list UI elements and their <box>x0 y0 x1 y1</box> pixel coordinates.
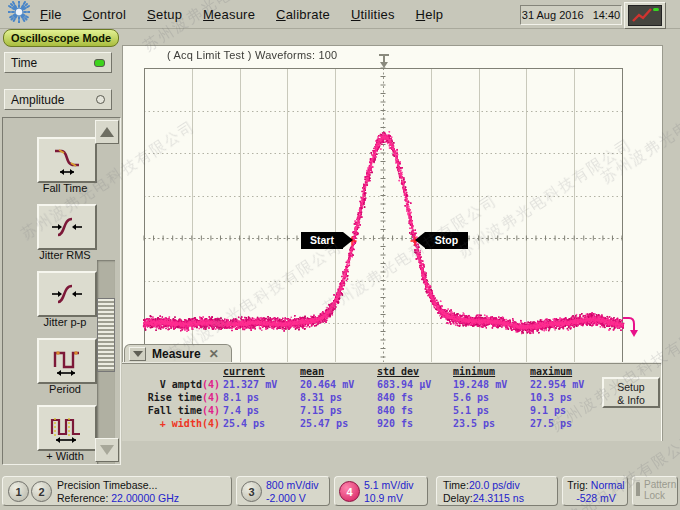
agilent-spark-icon <box>8 1 30 27</box>
setup-info-button[interactable]: Setup & Info <box>602 377 660 408</box>
v-amptd-maximum: 22.954 mV <box>530 379 584 390</box>
datetime-display: 31 Aug 2016 14:40 <box>520 5 622 25</box>
menu-file[interactable]: File <box>40 7 62 22</box>
trigger-text: Trig: Normal -528 mV <box>567 479 625 505</box>
plus-width-button[interactable] <box>37 405 97 451</box>
plus-width-icon <box>50 412 84 444</box>
close-icon[interactable]: ✕ <box>209 347 219 361</box>
row-label-v-amptd: V amptd(4) <box>122 379 220 390</box>
menu-setup[interactable]: Setup <box>147 7 182 22</box>
v-amptd-std-dev: 683.94 µV <box>377 379 431 390</box>
scrollbar-track[interactable] <box>97 260 115 465</box>
timebase-status-panel[interactable]: 1 2 Precision Timebase... Reference: 22.… <box>2 476 232 506</box>
fall-time-icon <box>50 145 84 175</box>
measure-tab[interactable]: Measure ✕ <box>124 344 232 363</box>
channel-4-button[interactable]: 4 <box>339 481 360 502</box>
plus-width-minimum: 23.5 ps <box>453 418 495 429</box>
channel-1-button[interactable]: 1 <box>8 481 29 502</box>
channel-3-status-panel[interactable]: 3 800 mV/div-2.000 V <box>236 476 330 506</box>
plus-width-current: 25.4 ps <box>223 418 265 429</box>
jitter-rms-icon <box>50 212 84 242</box>
fall-time-maximum: 9.1 ps <box>530 405 566 416</box>
time-category-dropdown[interactable]: Time <box>4 52 112 73</box>
channel-3-scale: 800 mV/div-2.000 V <box>266 479 319 505</box>
menu-utilities[interactable]: Utilities <box>351 7 395 22</box>
col-maximum: maximum <box>530 366 572 377</box>
v-amptd-mean: 20.464 mV <box>300 379 354 390</box>
acq-limit-header: ( Acq Limit Test ) Waveforms: 100 <box>167 49 337 61</box>
oscilloscope-screen: File Control Setup Measure Calibrate Uti… <box>0 0 680 510</box>
time-category-label: Time <box>11 56 37 70</box>
scroll-down-button[interactable] <box>95 438 119 462</box>
trigger-status-panel[interactable]: Trig: Normal -528 mV <box>562 476 628 506</box>
start-marker-flag[interactable]: Start <box>301 232 343 249</box>
fall-time-button[interactable] <box>37 137 97 183</box>
menu-measure[interactable]: Measure <box>203 7 255 22</box>
plus-width-mean: 25.47 ps <box>300 418 348 429</box>
date-text: 31 Aug 2016 <box>522 9 584 21</box>
chevron-down-icon <box>133 351 143 357</box>
amplitude-category-dropdown[interactable]: Amplitude <box>4 89 112 110</box>
time-delay-text: Time:20.0 ps/div Delay:24.3115 ns <box>443 479 524 505</box>
jitter-rms-button[interactable] <box>37 204 97 250</box>
timebase-text: Precision Timebase... Reference: 22.0000… <box>57 479 179 505</box>
off-led-icon <box>96 95 105 104</box>
fall-time-mean: 7.15 ps <box>300 405 342 416</box>
rise-time-mean: 8.31 ps <box>300 392 342 403</box>
scrollbar-thumb[interactable] <box>97 298 115 372</box>
fall-time-label: Fall Time <box>3 182 121 194</box>
jitter-pp-button[interactable] <box>37 271 97 317</box>
rise-time-maximum: 10.3 ps <box>530 392 572 403</box>
pattern-lock-label: PatternLock <box>644 479 676 501</box>
rise-time-std-dev: 840 fs <box>377 392 413 403</box>
time-text: 14:40 <box>593 9 621 21</box>
menu-help[interactable]: Help <box>416 7 444 22</box>
arrow-up-icon <box>100 127 114 137</box>
row-label-rise-time: Rise time(4) <box>122 392 220 403</box>
plus-width-maximum: 27.5 ps <box>530 418 572 429</box>
horizontal-status-panel[interactable]: Time:20.0 ps/div Delay:24.3115 ns <box>436 476 558 506</box>
scroll-up-button[interactable] <box>95 120 119 144</box>
fall-time-minimum: 5.1 ps <box>453 405 489 416</box>
rise-time-current: 8.1 ps <box>223 392 259 403</box>
pattern-lock-button[interactable]: PatternLock <box>632 476 678 506</box>
row-label-plus-width: + width(4) <box>122 418 220 429</box>
fall-time-current: 7.4 ps <box>223 405 259 416</box>
amplitude-category-label: Amplitude <box>11 93 64 107</box>
v-amptd-minimum: 19.248 mV <box>453 379 507 390</box>
rise-time-minimum: 5.6 ps <box>453 392 489 403</box>
measure-tab-label: Measure <box>152 347 201 361</box>
channel-2-button[interactable]: 2 <box>31 481 52 502</box>
scope-trace-icon <box>628 5 662 26</box>
measure-table: current mean std dev minimum maximum V a… <box>122 362 661 441</box>
menu-calibrate[interactable]: Calibrate <box>276 7 330 22</box>
col-std-dev: std dev <box>377 366 419 377</box>
jitter-pp-icon <box>50 279 84 309</box>
plus-width-std-dev: 920 fs <box>377 418 413 429</box>
measurement-button-panel: Fall Time Jitter RMS Jitter p-p <box>2 117 121 465</box>
channel-4-scale: 5.1 mV/div10.9 mV <box>364 479 414 505</box>
col-current: current <box>223 366 265 377</box>
period-button[interactable] <box>37 338 97 384</box>
channel-3-button[interactable]: 3 <box>241 481 262 502</box>
arrow-down-icon <box>100 445 114 455</box>
channel-4-status-panel[interactable]: 4 5.1 mV/div10.9 mV <box>334 476 428 506</box>
touchscreen-button[interactable] <box>624 2 666 29</box>
col-minimum: minimum <box>453 366 495 377</box>
fall-time-std-dev: 840 fs <box>377 405 413 416</box>
stop-marker-flag[interactable]: Stop <box>425 232 468 249</box>
lock-icon <box>636 484 640 497</box>
col-mean: mean <box>300 366 324 377</box>
measure-results-panel: Measure ✕ current mean std dev minimum m… <box>122 344 661 440</box>
menu-control[interactable]: Control <box>83 7 126 22</box>
collapse-panel-button[interactable] <box>129 347 146 361</box>
period-icon <box>50 345 84 377</box>
oscilloscope-mode-label: Oscilloscope Mode <box>3 29 119 47</box>
green-led-icon <box>94 59 105 67</box>
row-label-fall-time: Fall time(4) <box>122 405 220 416</box>
v-amptd-current: 21.327 mV <box>223 379 277 390</box>
